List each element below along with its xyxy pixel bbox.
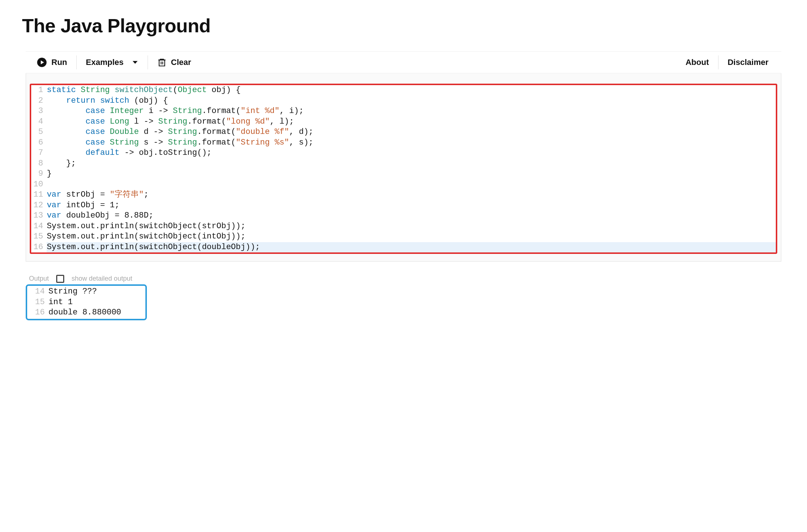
code-line[interactable]: default -> obj.toString(); [47, 148, 776, 158]
code-line[interactable]: case String s -> String.format("String %… [47, 138, 776, 148]
line-number: 11 [33, 190, 44, 200]
page-title: The Java Playground [22, 15, 785, 37]
output-line: String ??? [48, 287, 121, 297]
run-label: Run [51, 58, 67, 67]
code-line[interactable]: System.out.println(switchObject(intObj))… [47, 232, 776, 242]
line-number: 1 [33, 85, 44, 96]
line-number: 7 [33, 148, 44, 158]
output-body: String ???int 1double 8.880000 [47, 287, 121, 318]
console-output: 141516 String ???int 1double 8.880000 [27, 286, 145, 319]
output-line-number: 14 [32, 287, 45, 297]
line-number: 9 [33, 169, 44, 179]
clear-label: Clear [171, 58, 191, 67]
line-number: 5 [33, 127, 44, 138]
disclaimer-link[interactable]: Disclaimer [719, 57, 778, 68]
code-line[interactable]: } [47, 169, 776, 179]
code-line[interactable]: case Long l -> String.format("long %d", … [47, 117, 776, 127]
line-number: 6 [33, 138, 44, 148]
clear-button[interactable]: Clear [148, 57, 200, 68]
line-number: 4 [33, 117, 44, 127]
play-icon [37, 57, 47, 68]
code-line[interactable]: static String switchObject(Object obj) { [47, 85, 776, 96]
code-line[interactable]: return switch (obj) { [47, 96, 776, 106]
editor-panel: 12345678910111213141516 static String sw… [26, 73, 781, 262]
line-number: 8 [33, 158, 44, 169]
about-label: About [685, 58, 709, 67]
code-line[interactable]: var doubleObj = 8.88D; [47, 211, 776, 221]
output-label: Output [28, 273, 50, 285]
output-gutter: 141516 [27, 287, 47, 318]
code-line[interactable] [47, 179, 776, 190]
code-line[interactable]: }; [47, 158, 776, 169]
output-line: int 1 [48, 297, 121, 308]
line-number: 16 [33, 242, 44, 253]
line-number: 2 [33, 96, 44, 106]
line-number: 15 [33, 232, 44, 242]
code-line[interactable]: System.out.println(switchObject(strObj))… [47, 221, 776, 232]
toolbar: Run Examples Clear About Disclaimer [26, 51, 781, 73]
code-line[interactable]: var intObj = 1; [47, 200, 776, 211]
code-line[interactable]: var strObj = "字符串"; [47, 190, 776, 200]
editor-gutter: 12345678910111213141516 [31, 85, 44, 252]
code-line[interactable]: System.out.println(switchObject(doubleOb… [47, 242, 776, 253]
code-editor[interactable]: 12345678910111213141516 static String sw… [31, 85, 776, 252]
line-number: 14 [33, 221, 44, 232]
line-number: 13 [33, 211, 44, 221]
show-detailed-checkbox[interactable] [56, 275, 64, 283]
line-number: 10 [33, 179, 44, 190]
annotation-red-box: 12345678910111213141516 static String sw… [30, 84, 777, 254]
annotation-blue-box: 141516 String ???int 1double 8.880000 [26, 284, 147, 320]
line-number: 12 [33, 200, 44, 211]
output-header: Output show detailed output [26, 262, 781, 285]
line-number: 3 [33, 106, 44, 117]
output-line: double 8.880000 [48, 307, 121, 318]
examples-label: Examples [86, 58, 124, 67]
output-line-number: 15 [32, 297, 45, 308]
about-link[interactable]: About [676, 57, 718, 68]
run-button[interactable]: Run [37, 57, 76, 68]
output-line-number: 16 [32, 307, 45, 318]
chevron-down-icon [132, 59, 138, 66]
editor-body[interactable]: static String switchObject(Object obj) {… [44, 85, 776, 252]
disclaimer-label: Disclaimer [728, 58, 768, 67]
show-detailed-label: show detailed output [70, 273, 134, 285]
trash-icon [157, 58, 167, 67]
examples-dropdown[interactable]: Examples [77, 57, 148, 68]
code-line[interactable]: case Double d -> String.format("double %… [47, 127, 776, 138]
code-line[interactable]: case Integer i -> String.format("int %d"… [47, 106, 776, 117]
